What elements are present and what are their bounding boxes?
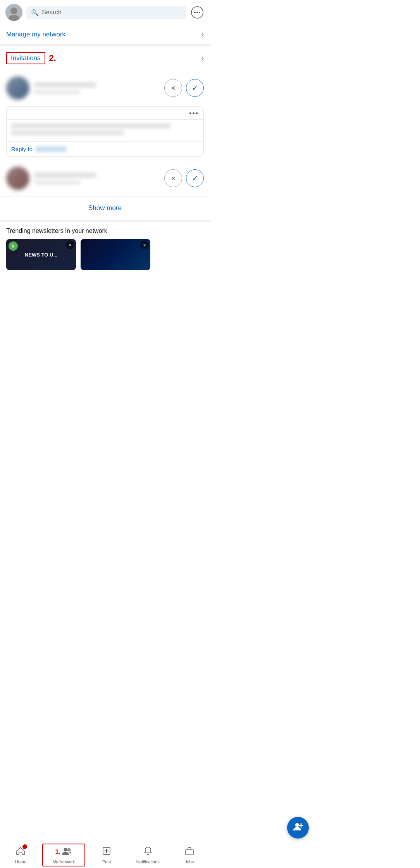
- trending-card-1-content: N NEWS TO U... ×: [6, 239, 76, 270]
- accept-button-1[interactable]: ✓: [186, 79, 204, 97]
- svg-point-4: [194, 12, 196, 13]
- messaging-button[interactable]: [190, 5, 205, 20]
- person-info-2: [34, 172, 160, 184]
- reply-to-text: Reply to: [11, 146, 33, 152]
- message-options-icon[interactable]: •••: [189, 110, 199, 118]
- svg-point-1: [10, 7, 17, 14]
- show-more-section[interactable]: Show more: [0, 196, 210, 222]
- decline-button-2[interactable]: ×: [164, 169, 182, 187]
- message-content: [7, 120, 203, 141]
- svg-point-6: [199, 12, 200, 13]
- invitations-header: Invitations 2. ›: [0, 46, 210, 70]
- manage-network-chevron: ›: [201, 30, 204, 38]
- invitations-chevron: ›: [201, 54, 204, 62]
- person-name-blur-2: [34, 172, 96, 178]
- message-card-footer[interactable]: Reply to: [7, 141, 203, 156]
- invitation-item-2: × ✓: [0, 160, 210, 196]
- decline-button-1[interactable]: ×: [164, 79, 182, 97]
- trending-section: Trending newsletters in your network N N…: [0, 222, 210, 274]
- person-name-blur-1: [34, 82, 96, 88]
- trending-card-1-text: NEWS TO U...: [22, 249, 60, 261]
- trending-card-2-content: ×: [81, 239, 150, 270]
- person-sub-blur-2: [34, 180, 81, 184]
- person-info-1: [34, 82, 160, 94]
- trending-cards: N NEWS TO U... × ×: [6, 239, 204, 270]
- close-trending-2-button[interactable]: ×: [140, 241, 149, 249]
- manage-network-row[interactable]: Manage my network ›: [0, 25, 210, 44]
- person-sub-blur-1: [34, 90, 81, 94]
- invitations-left: Invitations 2.: [6, 52, 56, 64]
- action-buttons-1: × ✓: [164, 79, 204, 97]
- accept-button-2[interactable]: ✓: [186, 169, 204, 187]
- message-card: ••• Reply to: [6, 106, 204, 157]
- invitation-item-1: × ✓: [0, 70, 210, 106]
- action-buttons-2: × ✓: [164, 169, 204, 187]
- reply-name-blur: [36, 146, 67, 152]
- trending-title: Trending newsletters in your network: [6, 227, 204, 234]
- trending-card-2: ×: [81, 239, 150, 270]
- invitations-count: 2.: [49, 53, 56, 63]
- person-avatar-2: [6, 167, 29, 190]
- close-trending-1-button[interactable]: ×: [66, 241, 74, 249]
- message-line-2: [11, 131, 124, 135]
- message-card-header: •••: [7, 107, 203, 120]
- person-avatar-1: [6, 76, 29, 100]
- header: 🔍 Search: [0, 0, 210, 25]
- invitations-label: Invitations: [11, 54, 41, 62]
- manage-network-label: Manage my network: [6, 31, 65, 38]
- trending-card-1: N NEWS TO U... ×: [6, 239, 76, 270]
- avatar[interactable]: [5, 4, 22, 21]
- message-line-1: [11, 124, 170, 128]
- search-bar[interactable]: 🔍 Search: [26, 6, 186, 19]
- news-logo-icon: N: [9, 241, 18, 251]
- search-placeholder: Search: [42, 9, 62, 16]
- show-more-button[interactable]: Show more: [88, 204, 122, 212]
- invitations-label-box: Invitations: [6, 52, 45, 64]
- search-icon: 🔍: [31, 9, 39, 16]
- svg-point-5: [196, 12, 198, 13]
